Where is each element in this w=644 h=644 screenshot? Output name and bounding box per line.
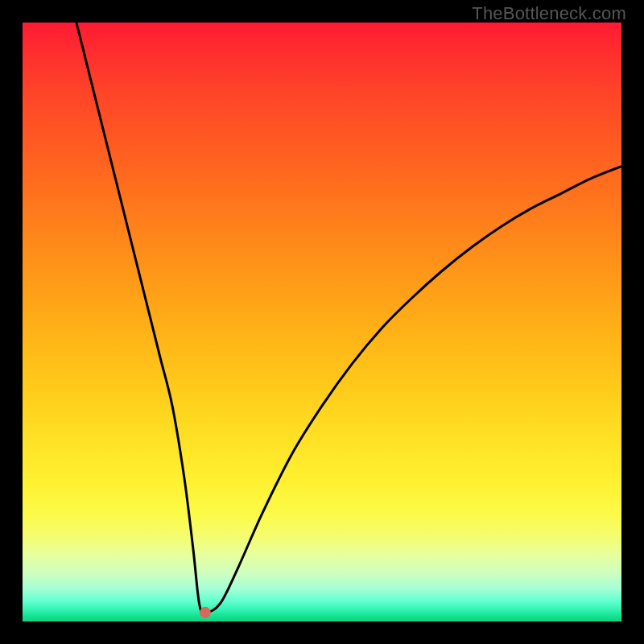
curve-path xyxy=(76,23,621,613)
chart-plot-area xyxy=(23,23,621,621)
watermark-text: TheBottleneck.com xyxy=(472,3,626,24)
min-marker-dot xyxy=(200,607,211,618)
bottleneck-curve xyxy=(23,23,621,621)
